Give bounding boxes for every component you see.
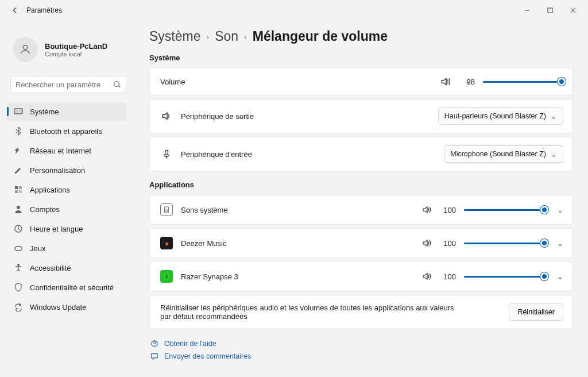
svg-point-15 [165,210,167,211]
svg-rect-0 [548,8,552,13]
svg-rect-6 [19,186,22,189]
minimize-button[interactable] [516,2,539,18]
nav-gaming[interactable]: Jeux [7,239,126,257]
svg-point-9 [17,206,20,209]
reset-description: Réinitialiser les périphériques audio et… [160,303,459,321]
account-block[interactable]: Boutique-PcLanD Compte local [7,26,132,76]
accounts-icon [14,205,23,214]
nav-personalization[interactable]: Personnalisation [7,161,126,179]
apps-icon [14,185,23,194]
app-volume-slider[interactable] [464,205,544,215]
microphone-icon [160,149,173,159]
system-sounds-icon [160,203,173,216]
input-device-select[interactable]: Microphone (Sound Blaster Z) ⌄ [444,145,563,163]
speaker-icon[interactable] [420,272,433,281]
account-type: Compte local [45,51,107,57]
nav-label: Comptes [30,205,60,214]
nav-privacy[interactable]: Confidentialité et sécurité [7,278,126,297]
nav-network[interactable]: Réseau et Internet [7,141,126,160]
chevron-down-icon: ⌄ [551,112,557,121]
nav-windows-update[interactable]: Windows Update [7,298,126,316]
section-apps-label: Applications [149,180,573,189]
app-volume-slider[interactable] [464,271,544,282]
nav-time-language[interactable]: Heure et langue [7,220,126,238]
svg-rect-11 [15,247,22,251]
footer-links: Obtenir de l'aide Envoyer des commentair… [150,340,573,360]
sidebar: Boutique-PcLanD Compte local Système Blu… [0,21,132,377]
chevron-down-icon[interactable]: ⌄ [557,206,563,214]
nav-label: Accessibilité [30,264,71,272]
speaker-icon[interactable] [420,205,433,214]
chevron-down-icon[interactable]: ⌄ [557,239,563,248]
update-icon [14,302,23,311]
maximize-button[interactable] [539,2,562,18]
chevron-down-icon[interactable]: ⌄ [557,272,563,281]
razer-icon [160,270,173,283]
nav-label: Applications [30,186,70,194]
svg-rect-8 [19,190,22,193]
app-name: Deezer Music [181,239,226,248]
svg-point-1 [23,45,27,49]
account-name: Boutique-PcLanD [45,42,107,51]
svg-point-2 [114,82,119,87]
volume-label: Volume [160,78,185,86]
app-row-system-sounds: Sons système 100 ⌄ [149,195,573,225]
app-row-deezer: ∎ Deezer Music 100 ⌄ [149,228,573,258]
reset-button[interactable]: Réinitialiser [509,303,563,321]
nav-accounts[interactable]: Comptes [7,200,126,218]
speaker-icon [160,111,173,121]
crumb-sound[interactable]: Son [215,29,238,44]
nav-label: Jeux [30,244,45,253]
system-icon [14,107,23,116]
search-box[interactable] [10,76,126,93]
svg-rect-13 [165,150,168,155]
volume-slider[interactable] [483,76,563,87]
feedback-text: Envoyer des commentaires [164,352,251,360]
chevron-down-icon: ⌄ [551,150,557,159]
nav-label: Personnalisation [30,166,85,175]
bluetooth-icon [14,126,23,136]
app-volume-value: 100 [441,239,456,248]
output-label: Périphérique de sortie [181,112,254,121]
svg-rect-4 [14,109,22,114]
nav-system[interactable]: Système [7,102,126,121]
nav-label: Windows Update [30,303,86,311]
svg-point-17 [154,345,154,346]
titlebar: Paramètres [0,0,588,21]
nav-label: Bluetooth et appareils [30,127,102,136]
nav-label: Réseau et Internet [30,147,91,155]
help-link[interactable]: Obtenir de l'aide [150,340,573,348]
feedback-link[interactable]: Envoyer des commentaires [150,352,573,360]
output-device-card: Périphérique de sortie Haut-parleurs (So… [149,99,573,133]
input-device-value: Microphone (Sound Blaster Z) [450,150,546,158]
nav-bluetooth[interactable]: Bluetooth et appareils [7,122,126,140]
output-device-select[interactable]: Haut-parleurs (Sound Blaster Z) ⌄ [438,107,563,125]
volume-card: Volume 98 [149,68,573,95]
svg-rect-5 [15,186,18,189]
speaker-icon[interactable] [439,76,452,87]
back-button[interactable] [8,3,22,17]
volume-value: 98 [460,78,475,86]
help-icon [150,340,158,348]
gaming-icon [14,244,23,253]
search-icon [113,80,121,89]
nav-apps[interactable]: Applications [7,180,126,199]
breadcrumb: Système › Son › Mélangeur de volume [149,26,573,50]
app-name: Razer Synapse 3 [181,272,238,281]
app-volume-value: 100 [441,272,456,281]
close-button[interactable] [562,2,585,18]
avatar [13,37,38,62]
privacy-icon [14,283,23,292]
window-title: Paramètres [26,6,62,14]
chevron-right-icon: › [206,32,209,41]
speaker-icon[interactable] [420,238,433,248]
app-volume-slider[interactable] [464,238,544,248]
deezer-icon: ∎ [160,237,173,249]
crumb-system[interactable]: Système [149,29,200,44]
nav-accessibility[interactable]: Accessibilité [7,259,126,277]
search-input[interactable] [16,80,113,89]
nav-list: Système Bluetooth et appareils Réseau et… [7,102,132,316]
help-text: Obtenir de l'aide [164,340,216,348]
nav-label: Confidentialité et sécurité [30,283,114,292]
app-name: Sons système [181,206,228,214]
